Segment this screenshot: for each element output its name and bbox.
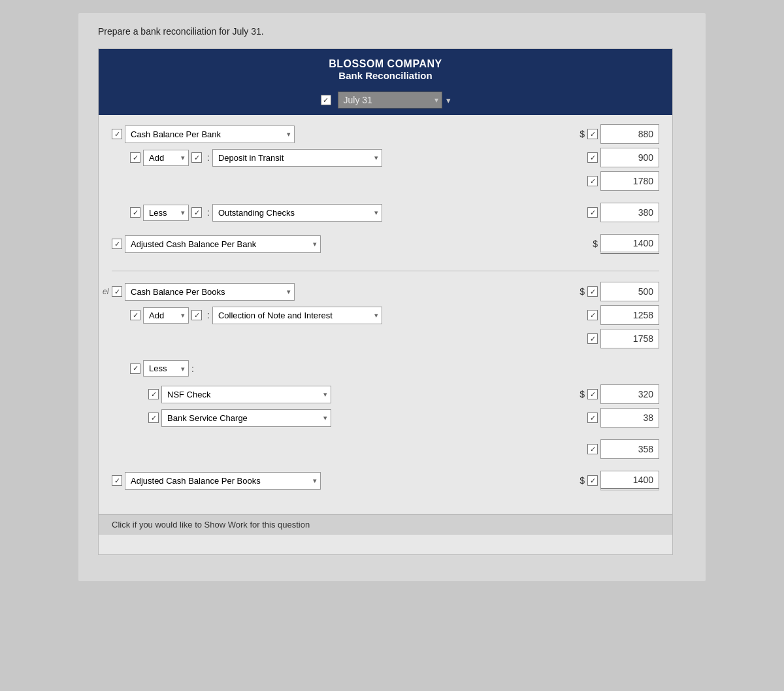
less-colon: : [207, 207, 210, 218]
bank-service-check[interactable] [148, 413, 159, 423]
outstanding-label-wrapper: Outstanding Checks [212, 204, 382, 222]
adjusted-books-dollar: $ [580, 475, 585, 486]
adjusted-books-row: Adjusted Cash Balance Per Books $ 1400 [112, 471, 659, 490]
nsf-check-row: NSF Check $ 320 [112, 384, 659, 404]
adjusted-bank-row: Adjusted Cash Balance Per Bank $ 1400 [112, 234, 659, 254]
company-name: BLOSSOM COMPANY [105, 58, 666, 70]
nsf-dollar: $ [580, 389, 585, 399]
bottom-text[interactable]: Click if you would like to Show Work for… [112, 520, 310, 530]
books-add-select[interactable]: Add Less [143, 307, 189, 324]
collection-label-wrapper: Collection of Note and Interest [212, 307, 382, 324]
add-modifier-select[interactable]: Add Less [143, 150, 189, 166]
cash-books-check[interactable] [112, 286, 122, 297]
books-less-select[interactable]: Less Add [143, 360, 189, 377]
deposit-check1[interactable] [130, 152, 140, 163]
adjusted-bank-check[interactable] [112, 239, 122, 249]
cash-balance-bank-left: Cash Balance Per Bank [112, 126, 496, 143]
adjusted-bank-dollar: $ [593, 239, 598, 249]
bank-subtotal-row: 1780 [112, 171, 659, 191]
books-less-left: Less Add : [130, 360, 659, 377]
less-check2[interactable] [191, 207, 202, 218]
books-subtotal-amount[interactable]: 1758 [600, 329, 659, 348]
collection-check2[interactable] [191, 310, 202, 320]
cash-balance-books-row: Cash Balance Per Books $ 500 [112, 282, 659, 301]
deposit-amount-check[interactable] [587, 152, 598, 163]
collection-right: 1258 [496, 305, 659, 325]
bank-service-amount-check[interactable] [587, 413, 598, 423]
cash-books-dollar: $ [580, 286, 585, 297]
adjusted-books-wrapper: Adjusted Cash Balance Per Books [125, 472, 321, 490]
less-check1[interactable] [130, 207, 140, 218]
deposit-transit-select[interactable]: Deposit in Transit [212, 149, 382, 167]
subtotal-check[interactable] [587, 176, 598, 186]
adjusted-books-amount[interactable]: 1400 [600, 471, 659, 490]
collection-note-row: Add Less : Collection of Note and Intere… [112, 305, 659, 325]
nsf-label-wrapper: NSF Check [161, 386, 331, 403]
bank-service-amount[interactable]: 38 [600, 408, 659, 428]
collection-amount-check[interactable] [587, 310, 598, 320]
bank-subtotal-right: 1780 [496, 171, 659, 191]
books-subtotal-row: 1758 [112, 329, 659, 348]
cash-bank-amount[interactable]: 880 [600, 124, 659, 144]
outstanding-checks-row: Less Add : Outstanding Checks 380 [112, 203, 659, 222]
bank-service-select[interactable]: Bank Service Charge [161, 409, 331, 427]
cash-balance-bank-wrapper: Cash Balance Per Bank [125, 126, 295, 143]
date-select[interactable]: July 31 [338, 92, 442, 109]
outstanding-checks-select[interactable]: Outstanding Checks [212, 204, 382, 222]
outstanding-amount[interactable]: 380 [600, 203, 659, 222]
bank-service-right: 38 [496, 408, 659, 428]
adjusted-books-check[interactable] [112, 475, 122, 486]
nsf-amount-check[interactable] [587, 389, 598, 399]
nsf-check-box[interactable] [148, 389, 159, 399]
books-less-wrapper: Less Add [143, 360, 189, 377]
cash-bank-check[interactable] [112, 129, 122, 139]
books-section: el Cash Balance Per Books $ [112, 282, 659, 490]
adjusted-bank-select[interactable]: Adjusted Cash Balance Per Bank [125, 235, 321, 253]
cash-books-amount-check[interactable] [587, 286, 598, 297]
cash-bank-amount-check[interactable] [587, 129, 598, 139]
cash-balance-bank-select[interactable]: Cash Balance Per Bank [125, 126, 295, 143]
page-wrapper: Prepare a bank reconciliation for July 3… [78, 13, 706, 581]
cash-books-amount[interactable]: 500 [600, 282, 659, 301]
outstanding-amount-check[interactable] [587, 207, 598, 218]
deposit-colon: : [207, 152, 210, 163]
books-less-row: Less Add : [112, 360, 659, 377]
books-subtotal-right: 1758 [496, 329, 659, 348]
collection-amount[interactable]: 1258 [600, 305, 659, 325]
less-subtotal-row: 358 [112, 439, 659, 459]
bank-reconciliation-form: BLOSSOM COMPANY Bank Reconciliation July… [98, 48, 673, 555]
date-chevron-icon: ▾ [446, 95, 451, 105]
bank-service-row: Bank Service Charge 38 [112, 408, 659, 428]
cash-books-left: Cash Balance Per Books [112, 283, 496, 301]
outstanding-right: 380 [496, 203, 659, 222]
date-wrapper: July 31 [338, 92, 442, 109]
date-checkbox[interactable] [321, 95, 331, 105]
cash-balance-bank-right: $ 880 [496, 124, 659, 144]
adjusted-books-left: Adjusted Cash Balance Per Books [112, 472, 496, 490]
adjusted-bank-left: Adjusted Cash Balance Per Bank [112, 235, 496, 253]
cash-balance-bank-row: Cash Balance Per Bank $ 880 [112, 124, 659, 144]
bank-subtotal-amount[interactable]: 1780 [600, 171, 659, 191]
books-less-colon: : [191, 363, 194, 374]
books-less-check[interactable] [130, 363, 140, 374]
less-subtotal-check[interactable] [587, 444, 598, 454]
adjusted-bank-amount[interactable]: 1400 [600, 234, 659, 254]
cash-books-select[interactable]: Cash Balance Per Books [125, 283, 295, 301]
adjusted-books-select[interactable]: Adjusted Cash Balance Per Books [125, 472, 321, 490]
adjusted-books-amount-check[interactable] [587, 475, 598, 486]
bottom-bar: Click if you would like to Show Work for… [99, 514, 672, 535]
deposit-amount[interactable]: 900 [600, 148, 659, 167]
collection-check1[interactable] [130, 310, 140, 320]
nsf-left: NSF Check [148, 386, 496, 403]
collection-colon: : [207, 310, 210, 320]
deposit-transit-right: 900 [496, 148, 659, 167]
nsf-amount[interactable]: 320 [600, 384, 659, 404]
less-modifier-select[interactable]: Less Add [143, 205, 189, 221]
deposit-check2[interactable] [191, 152, 202, 163]
collection-select[interactable]: Collection of Note and Interest [212, 307, 382, 324]
adjusted-bank-wrapper: Adjusted Cash Balance Per Bank [125, 235, 321, 253]
nsf-select[interactable]: NSF Check [161, 386, 331, 403]
el-marker: el [103, 287, 108, 296]
books-subtotal-check[interactable] [587, 333, 598, 344]
less-subtotal-amount[interactable]: 358 [600, 439, 659, 459]
